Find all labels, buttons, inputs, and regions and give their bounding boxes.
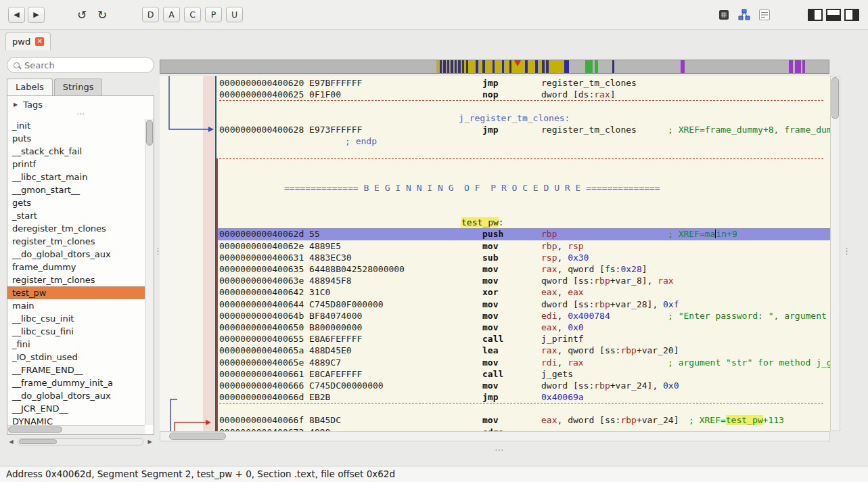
label-item[interactable]: __JCR_END__: [7, 402, 145, 415]
scrollbar-thumb[interactable]: [169, 433, 226, 440]
disasm-row-inst[interactable]: 000000000040062e 4889E5movrbp, rsp: [218, 240, 830, 252]
layout-right-panel-button[interactable]: [844, 9, 859, 21]
label-item[interactable]: __do_global_dtors_aux: [7, 389, 145, 402]
disasm-row-inst[interactable]: 0000000000400661 E8CAFEFFFFcallj_gets: [218, 368, 830, 380]
label-item[interactable]: _fini: [7, 338, 145, 351]
label-item[interactable]: puts: [7, 132, 145, 145]
disasm-row-inst[interactable]: 000000000040066d EB2Bjmp0x40069a: [218, 391, 830, 403]
label-item[interactable]: __stack_chk_fail: [7, 145, 145, 158]
minimap-segment: [535, 60, 537, 73]
transform-button-p[interactable]: P: [205, 7, 222, 22]
back-button[interactable]: ◀: [8, 7, 25, 23]
sidebar-splitter-grip[interactable]: ⋮: [154, 249, 159, 253]
label-item-selected[interactable]: test_pw: [7, 286, 145, 299]
disasm-row-inst[interactable]: 0000000000400620 E97BFFFFFFjmpregister_t…: [218, 77, 830, 89]
disasm-row-inst[interactable]: 000000000040064b BF84074000movedi, 0x400…: [218, 310, 830, 322]
tags-expander-icon[interactable]: ▶: [14, 102, 18, 108]
scrollbar-thumb[interactable]: [19, 439, 57, 444]
label-item[interactable]: DYNAMIC: [7, 415, 145, 425]
transform-button-d[interactable]: D: [142, 7, 159, 22]
forward-button[interactable]: ▶: [28, 7, 45, 23]
label-item[interactable]: register_tm_clones: [7, 235, 145, 248]
disasm-row-inst[interactable]: 0000000000400635 64488B042528000000movra…: [218, 263, 830, 275]
disasm-row-inst[interactable]: 0000000000400631 4883EC30subrsp, 0x30: [218, 252, 830, 263]
disasm-row-inst[interactable]: 0000000000400642 31C0xoreax, eax: [218, 286, 830, 298]
disassembly-vertical-scrollbar[interactable]: [830, 76, 840, 431]
scroll-left-icon[interactable]: ◀: [7, 439, 16, 445]
disasm-row-selected[interactable]: 000000000040062d 55pushrbp; XREF=main+9: [218, 228, 830, 240]
label-item[interactable]: __libc_csu_init: [7, 312, 145, 325]
disasm-row-inst[interactable]: 0000000000400672 4898cdqe: [218, 426, 830, 431]
label-item[interactable]: printf: [7, 158, 145, 171]
scrollbar-thumb[interactable]: [8, 426, 62, 433]
search-box[interactable]: [7, 57, 154, 73]
tab-strings[interactable]: Strings: [54, 79, 103, 95]
labels-list: _initputs__stack_chk_failprintf__libc_st…: [7, 119, 145, 425]
label-item[interactable]: __libc_start_main: [7, 171, 145, 183]
label-item[interactable]: __gmon_start__: [7, 183, 145, 196]
label-item[interactable]: __FRAME_END__: [7, 364, 145, 376]
tab-pwd[interactable]: pwd ×: [5, 32, 51, 50]
minimap-segment: [542, 60, 544, 73]
disasm-row-inst[interactable]: 000000000040063e 488945F8movqword [ss:rb…: [218, 275, 830, 286]
label-item[interactable]: __do_global_dtors_aux: [7, 248, 145, 261]
label-item[interactable]: __frame_dummy_init_a: [7, 376, 145, 389]
bottom-splitter-grip[interactable]: ⋯: [160, 444, 840, 458]
label-item[interactable]: _init: [7, 119, 145, 132]
cpu-icon[interactable]: [716, 7, 732, 23]
disasm-row-inst[interactable]: 0000000000400655 E8A6FEFFFFcallj_printf: [218, 333, 830, 345]
search-input[interactable]: [24, 60, 147, 70]
right-splitter-grip[interactable]: ⋮: [842, 249, 848, 253]
labels-horizontal-scrollbar[interactable]: [7, 425, 145, 434]
disasm-row-inst[interactable]: 0000000000400650 B800000000moveax, 0x0: [218, 322, 830, 333]
label-item[interactable]: main: [7, 299, 145, 312]
minimap-segment: [482, 60, 484, 73]
disasm-row-proc[interactable]: test_pw:: [218, 217, 830, 228]
scrollbar-thumb[interactable]: [146, 120, 153, 146]
disasm-row-inst[interactable]: 0000000000400644 C745D80F000000movdword …: [218, 299, 830, 310]
minimap-segment: [795, 60, 801, 73]
minimap-segment: [789, 60, 793, 73]
label-item[interactable]: register_tm_clones: [7, 273, 145, 286]
hopper-window: ◀ ▶ ↺ ↻ DACPU pwd: [0, 0, 868, 482]
disasm-row-inst[interactable]: 0000000000400666 C745DC00000000movdword …: [218, 380, 830, 391]
disassembly-horizontal-scrollbar[interactable]: [160, 431, 830, 441]
disasm-row-inst[interactable]: 000000000040065a 488D45E0learax, qword […: [218, 345, 830, 356]
scrollbar-thumb[interactable]: [831, 77, 839, 119]
transform-button-u[interactable]: U: [226, 7, 243, 22]
sidebar-bottom-scrollbar[interactable]: ◀ ▶: [7, 437, 154, 447]
panel-grip[interactable]: ⋯: [7, 112, 154, 118]
tab-close-icon[interactable]: ×: [35, 37, 44, 46]
tab-labels[interactable]: Labels: [7, 79, 53, 95]
label-item[interactable]: deregister_tm_clones: [7, 222, 145, 235]
disasm-row-banner[interactable]: ============== B E G I N N I N G O F P R…: [218, 182, 830, 194]
scrollbar-trough[interactable]: [18, 438, 143, 445]
disassembly-rows: 0000000000400620 E97BFFFFFFjmpregister_t…: [218, 77, 830, 431]
tab-bar: pwd ×: [0, 30, 868, 50]
label-item[interactable]: frame_dummy: [7, 261, 145, 273]
label-item[interactable]: gets: [7, 196, 145, 209]
disasm-row-label[interactable]: j_register_tm_clones:: [218, 112, 830, 124]
scroll-right-icon[interactable]: ▶: [145, 439, 154, 445]
undo-icon[interactable]: ↺: [74, 8, 89, 22]
hex-editor-icon[interactable]: [756, 7, 773, 23]
disasm-row-inst[interactable]: 000000000040065e 4889C7movrdi, rax; argu…: [218, 357, 830, 368]
disasm-row-blank: [218, 147, 830, 158]
disasm-row-endp[interactable]: ; endp: [218, 135, 830, 147]
redo-icon[interactable]: ↻: [95, 8, 110, 22]
label-item[interactable]: __libc_csu_fini: [7, 325, 145, 338]
navigation-bar[interactable]: [160, 60, 829, 74]
label-item[interactable]: _IO_stdin_used: [7, 351, 145, 364]
disasm-row-inst[interactable]: 000000000040066f 8B45DCmoveax, dword [ss…: [218, 414, 830, 426]
disasm-row-sep: [218, 100, 830, 112]
disasm-row-inst[interactable]: 0000000000400628 E973FFFFFFjmpregister_t…: [218, 124, 830, 135]
transform-button-c[interactable]: C: [184, 7, 201, 22]
layout-left-panel-button[interactable]: [808, 9, 823, 21]
layout-bottom-panel-button[interactable]: [826, 9, 841, 21]
disasm-row-inst[interactable]: 0000000000400625 0F1F00nopdword [ds:rax]: [218, 89, 830, 100]
labels-vertical-scrollbar[interactable]: [145, 119, 154, 425]
transform-button-a[interactable]: A: [163, 7, 180, 22]
layout-toggle-group: [808, 9, 859, 21]
label-item[interactable]: _start: [7, 209, 145, 222]
control-flow-graph-icon[interactable]: [736, 7, 752, 23]
